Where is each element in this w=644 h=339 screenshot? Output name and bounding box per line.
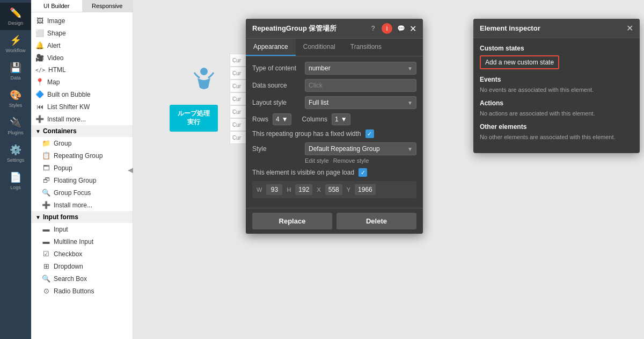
visible-checkbox[interactable]: ✓ — [358, 168, 367, 177]
elem-input[interactable]: ▬Input — [31, 223, 133, 235]
sidebar-item-settings[interactable]: ⚙️ Settings — [0, 140, 31, 167]
data-icon: 💾 — [10, 62, 21, 74]
modal-footer: Replace Delete — [246, 208, 423, 234]
h-label: H — [287, 186, 291, 193]
delete-button[interactable]: Delete — [336, 213, 416, 229]
elem-floating-group[interactable]: 🗗Floating Group — [31, 174, 133, 186]
image-icon: 🖼 — [35, 17, 44, 25]
elem-radio-buttons[interactable]: ⊙Radio Buttons — [31, 285, 133, 297]
columns-select[interactable]: 1 ▼ — [332, 113, 350, 125]
sidebar-label-data: Data — [10, 75, 20, 81]
sidebar-label-design: Design — [8, 20, 23, 26]
type-of-content-label: Type of content — [252, 64, 301, 72]
elem-dropdown[interactable]: ⊞Dropdown — [31, 260, 133, 272]
sidebar-label-settings: Settings — [7, 157, 25, 163]
elements-list: 🖼Image ⬜Shape 🔔Alert 🎥Video </>HTML 📍Map… — [31, 12, 133, 299]
info-icon[interactable]: i — [382, 23, 392, 34]
rg-modal-title: RepeatingGroup 保管場所 — [252, 24, 336, 33]
modal-tabs: Appearance Conditional Transitions — [246, 39, 423, 56]
x-value[interactable]: 558 — [325, 184, 342, 195]
elem-multiline-input[interactable]: ▬Multiline Input — [31, 235, 133, 248]
layout-style-row: Layout style Full list ▼ — [252, 96, 416, 109]
elem-alert[interactable]: 🔔Alert — [31, 39, 133, 52]
tab-conditional[interactable]: Conditional — [296, 39, 343, 56]
group-focus-icon: 🔍 — [42, 189, 50, 197]
input-forms-section-header[interactable]: ▼ Input forms — [31, 211, 133, 223]
style-select[interactable]: Default Repeating Group ▼ — [305, 142, 416, 155]
data-source-input[interactable]: Click — [305, 79, 416, 92]
x-label: X — [317, 186, 320, 193]
layout-style-select[interactable]: Full list ▼ — [305, 96, 416, 109]
elem-group[interactable]: 📁Group — [31, 137, 133, 149]
elem-image[interactable]: 🖼Image — [31, 15, 133, 27]
add-custom-state-btn[interactable]: Add a new custom state — [480, 55, 559, 69]
elem-label: Multiline Input — [54, 238, 93, 246]
elem-video[interactable]: 🎥Video — [31, 52, 133, 64]
elem-list-shifter[interactable]: ⏮List Shifter KW — [31, 100, 133, 113]
question-icon[interactable]: ? — [368, 23, 378, 34]
responsive-btn[interactable]: Responsive — [82, 0, 133, 12]
rg-modal-close-btn[interactable]: ✕ — [409, 24, 416, 34]
elem-label: Checkbox — [54, 250, 82, 258]
elem-map[interactable]: 📍Map — [31, 76, 133, 88]
type-of-content-select[interactable]: number ▼ — [305, 62, 416, 75]
resize-arrow-icon: ◀ — [128, 165, 134, 174]
rows-select[interactable]: 4 ▼ — [273, 113, 291, 125]
y-value[interactable]: 1966 — [355, 184, 376, 195]
elem-label: Group — [54, 140, 71, 147]
elem-checkbox[interactable]: ☑Checkbox — [31, 248, 133, 260]
sidebar-item-design[interactable]: ✏️ Design — [0, 3, 31, 30]
chevron-down-icon-4: ▼ — [407, 100, 413, 106]
elem-label: Map — [47, 78, 60, 86]
checkbox-icon: ☑ — [42, 250, 50, 258]
ui-builder-btn[interactable]: UI Builder — [31, 0, 82, 12]
elem-shape[interactable]: ⬜Shape — [31, 27, 133, 39]
loop-button[interactable]: ループ処理実行 — [170, 105, 218, 132]
inspector-header: Element inspector ✕ — [473, 19, 640, 38]
sidebar-item-data[interactable]: 💾 Data — [0, 57, 31, 85]
elem-group-focus[interactable]: 🔍Group Focus — [31, 186, 133, 199]
sidebar-label-workflow: Workflow — [6, 48, 26, 53]
fixed-width-text: This repeating group has a fixed width — [252, 130, 361, 138]
replace-button[interactable]: Replace — [252, 213, 332, 229]
elem-popup[interactable]: 🗔Popup — [31, 162, 133, 174]
canvas-area: ループ処理実行 Cur Cur Cur Cur Cur Cur Cur Repe… — [133, 0, 644, 339]
rg-modal: RepeatingGroup 保管場所 ? i 💬 ✕ Appearance C… — [246, 19, 423, 234]
tab-transitions[interactable]: Transitions — [343, 39, 389, 56]
elem-label: Install more... — [54, 201, 92, 209]
elem-label: Repeating Group — [54, 152, 103, 160]
fixed-width-checkbox[interactable]: ✓ — [365, 129, 374, 138]
elem-repeating-group[interactable]: 📋Repeating Group — [31, 149, 133, 162]
w-label: W — [257, 186, 262, 193]
elem-search-box[interactable]: 🔍Search Box — [31, 272, 133, 285]
elem-label: Group Focus — [54, 189, 91, 197]
type-of-content-row: Type of content number ▼ — [252, 62, 416, 75]
h-value[interactable]: 192 — [295, 184, 312, 195]
containers-section-header[interactable]: ▼ Containers — [31, 125, 133, 137]
sidebar-item-styles[interactable]: 🎨 Styles — [0, 85, 31, 112]
elem-install-more-2[interactable]: ➕Install more... — [31, 199, 133, 211]
popup-icon: 🗔 — [42, 164, 50, 172]
elem-built-on-bubble[interactable]: 🔷Built on Bubble — [31, 88, 133, 100]
data-source-placeholder: Click — [309, 82, 323, 89]
sidebar-item-workflow[interactable]: ⚡ Workflow — [0, 30, 31, 57]
elem-install-more-1[interactable]: ➕Install more... — [31, 113, 133, 125]
comment-icon[interactable]: 💬 — [396, 23, 406, 34]
inspector-close-btn[interactable]: ✕ — [626, 23, 633, 33]
w-value[interactable]: 93 — [266, 184, 282, 195]
data-source-row: Data source Click — [252, 79, 416, 92]
sidebar-item-logs[interactable]: 📄 Logs — [0, 167, 31, 194]
style-links: Edit style Remove style — [252, 157, 416, 164]
elem-label: Radio Buttons — [54, 287, 94, 295]
elem-label: Alert — [47, 42, 61, 49]
custom-states-title: Custom states — [480, 45, 633, 52]
edit-style-link[interactable]: Edit style — [305, 157, 329, 164]
remove-style-link[interactable]: Remove style — [333, 157, 369, 164]
sidebar-item-plugins[interactable]: 🔌 Plugins — [0, 112, 31, 140]
tab-appearance[interactable]: Appearance — [246, 39, 296, 56]
resize-handle[interactable]: ◀ — [128, 0, 133, 339]
chevron-down-icon-2: ▼ — [35, 214, 41, 220]
elem-html[interactable]: </>HTML — [31, 64, 133, 76]
y-label: Y — [347, 186, 350, 193]
style-value: Default Repeating Group — [309, 145, 380, 153]
